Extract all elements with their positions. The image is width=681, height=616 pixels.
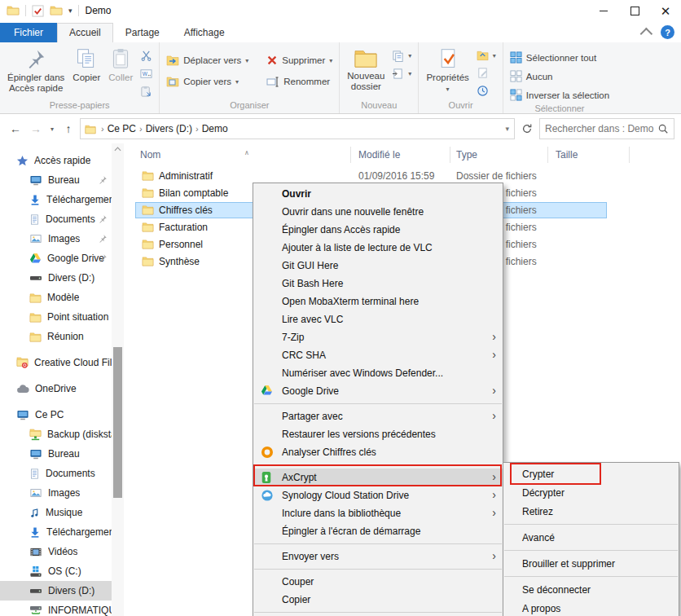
menu-item-lire-avec-vlc[interactable]: Lire avec VLC — [253, 310, 503, 328]
sidebar-scrollbar[interactable] — [112, 143, 124, 616]
sidebar-item-musique[interactable]: Musique — [0, 503, 112, 522]
paste-button[interactable]: Coller — [104, 45, 137, 86]
menu-item-ajouter-a-la-liste-de-lecture-de-vlc[interactable]: Ajouter à la liste de lecture de VLC — [253, 239, 503, 257]
tab-affichage[interactable]: Affichage — [172, 23, 237, 42]
refresh-button[interactable] — [517, 119, 537, 139]
copy-button[interactable]: Copier — [68, 45, 104, 86]
menu-item-inclure-dans-la-bibliotheque[interactable]: Inclure dans la bibliothèque› — [253, 504, 503, 522]
sidebar-item-point-situation-e[interactable]: Point situation E — [0, 307, 112, 327]
properties-button[interactable]: Propriétés▾ — [422, 45, 472, 97]
menu-item-synology-cloud-station-drive[interactable]: Synology Cloud Station Drive› — [253, 486, 503, 504]
menu-item-retirez[interactable]: Retirez — [503, 502, 679, 521]
recent-locations-dropdown-icon[interactable]: ▾ — [47, 125, 57, 133]
menu-item-decrypter[interactable]: Décrypter — [503, 483, 679, 502]
menu-item-ouvrir[interactable]: Ouvrir — [253, 185, 503, 203]
column-header-modifie-le[interactable]: Modifié le — [358, 149, 400, 161]
history-button[interactable] — [473, 83, 499, 99]
minimize-button[interactable] — [588, 0, 619, 21]
menu-item-envoyer-vers[interactable]: Envoyer vers› — [253, 548, 503, 565]
qat-new-folder-icon[interactable] — [50, 4, 63, 17]
tab-partage[interactable]: Partage — [113, 23, 172, 42]
menu-item-git-gui-here[interactable]: Git GUI Here — [253, 257, 503, 275]
breadcrumb-divers-d[interactable]: Divers (D:) — [144, 123, 194, 134]
menu-item-analyser-chiffres-cles[interactable]: Analyser Chiffres clés — [253, 443, 503, 461]
menu-item-7-zip[interactable]: 7-Zip› — [253, 328, 503, 346]
tab-accueil[interactable]: Accueil — [57, 23, 113, 42]
column-separator[interactable] — [629, 147, 630, 163]
forward-button[interactable]: → — [27, 122, 45, 135]
breadcrumb-demo[interactable]: Demo — [200, 123, 230, 134]
breadcrumb-separator[interactable]: › — [99, 124, 106, 134]
maximize-button[interactable] — [619, 0, 650, 21]
sidebar-item-reunion[interactable]: Réunion — [0, 327, 112, 346]
qat-properties-icon[interactable] — [32, 5, 44, 17]
menu-item-crc-sha[interactable]: CRC SHA› — [253, 346, 503, 364]
sidebar-item-onedrive[interactable]: OneDrive — [0, 379, 112, 398]
sidebar-item-creative-cloud-files[interactable]: Creative Cloud Files — [0, 353, 112, 372]
breadcrumb-separator[interactable]: › — [194, 124, 200, 134]
easy-access-button[interactable]: ▾ — [389, 66, 415, 81]
collapse-ribbon-icon[interactable] — [640, 28, 653, 41]
select-none-button[interactable]: Aucun — [507, 68, 613, 84]
close-button[interactable]: ✕ — [650, 0, 681, 21]
column-header-taille[interactable]: Taille — [556, 149, 578, 161]
menu-item-partager-avec[interactable]: Partager avec› — [253, 407, 503, 425]
sidebar-item-informatique[interactable]: INFORMATIQUE — [0, 601, 112, 616]
breadcrumb[interactable]: ›Ce PC›Divers (D:)›Demo ▾ — [80, 118, 515, 139]
sidebar-item-telechargements[interactable]: Téléchargements — [0, 522, 112, 542]
sidebar-item-bureau[interactable]: Bureau — [0, 170, 112, 190]
sidebar-item-os-c[interactable]: OS (C:) — [0, 561, 112, 581]
sidebar-item-modele[interactable]: Modèle — [0, 288, 112, 307]
paste-shortcut-button[interactable] — [137, 84, 156, 99]
tab-fichier[interactable]: Fichier — [0, 23, 57, 42]
sidebar-item-acces-rapide[interactable]: Accès rapide — [0, 151, 112, 170]
menu-item-avance[interactable]: Avancé — [503, 528, 679, 547]
help-icon[interactable]: ? — [661, 25, 674, 39]
column-separator[interactable] — [350, 147, 351, 163]
scrollbar-thumb[interactable] — [113, 347, 122, 498]
sidebar-item-images[interactable]: Images — [0, 229, 112, 249]
copy-to-button[interactable]: Copier vers▾ — [163, 74, 252, 89]
menu-item-git-bash-here[interactable]: Git Bash Here — [253, 275, 503, 293]
breadcrumb-ce-pc[interactable]: Ce PC — [106, 123, 138, 134]
sidebar-item-telechargements[interactable]: Téléchargements — [0, 190, 112, 209]
sidebar-item-divers-d[interactable]: Divers (D:) — [0, 268, 112, 288]
column-separator[interactable] — [450, 147, 450, 163]
menu-item-restaurer-les-versions-precedentes[interactable]: Restaurer les versions précédentes — [253, 425, 503, 443]
invert-selection-button[interactable]: Inverser la sélection — [507, 87, 613, 103]
menu-item-epingler-a-l-ecran-de-demarrage[interactable]: Épingler à l'écran de démarrage — [253, 522, 503, 540]
menu-item-google-drive[interactable]: Google Drive› — [253, 382, 503, 400]
menu-item-open-mobaxterm-terminal-here[interactable]: Open MobaXterm terminal here — [253, 293, 503, 310]
sidebar-item-google-drive[interactable]: Google Drive — [0, 249, 112, 268]
qat-customize-dropdown-icon[interactable]: ▾ — [68, 7, 72, 15]
breadcrumb-separator[interactable]: › — [138, 124, 144, 134]
sidebar-item-images[interactable]: Images — [0, 483, 112, 503]
menu-item-a-propos[interactable]: A propos — [503, 599, 679, 616]
new-item-button[interactable]: ▾ — [389, 48, 415, 64]
cut-button[interactable] — [137, 48, 156, 64]
edit-button[interactable] — [473, 65, 499, 81]
rename-button[interactable]: Renommer — [263, 74, 336, 89]
menu-item-ouvrir-dans-une-nouvelle-fenetre[interactable]: Ouvrir dans une nouvelle fenêtre — [253, 203, 503, 221]
move-to-button[interactable]: Déplacer vers▾ — [163, 53, 252, 68]
pin-to-quick-access-button[interactable]: Épingler dansAccès rapide — [3, 45, 68, 96]
sidebar-item-documents[interactable]: Documents — [0, 209, 112, 229]
menu-item-numeriser-avec-windows-defender[interactable]: Numériser avec Windows Defender... — [253, 364, 503, 382]
delete-button[interactable]: Supprimer▾ — [263, 53, 336, 68]
new-folder-button[interactable]: Nouveaudossier — [343, 45, 389, 95]
sidebar-item-documents[interactable]: Documents — [0, 464, 112, 483]
copy-path-button[interactable]: W — [137, 66, 156, 81]
column-separator[interactable] — [547, 147, 548, 163]
menu-item-se-deconnecter[interactable]: Se déconnecter — [503, 580, 679, 599]
search-input[interactable]: Rechercher dans : Demo — [539, 118, 674, 139]
menu-item-couper[interactable]: Couper — [253, 573, 503, 591]
sidebar-item-videos[interactable]: Vidéos — [0, 542, 112, 561]
open-button[interactable]: ▾ — [473, 48, 499, 63]
menu-item-epingler-dans-acces-rapide[interactable]: Épingler dans Accès rapide — [253, 221, 503, 239]
select-all-button[interactable]: Sélectionner tout — [507, 50, 613, 65]
sidebar-item-backup-diskstat[interactable]: Backup (diskstat — [0, 425, 112, 444]
sidebar-item-bureau[interactable]: Bureau — [0, 444, 112, 464]
sidebar-item-divers-d[interactable]: Divers (D:) — [0, 581, 112, 601]
back-button[interactable]: ← — [7, 122, 24, 135]
menu-item-copier[interactable]: Copier — [253, 591, 503, 609]
